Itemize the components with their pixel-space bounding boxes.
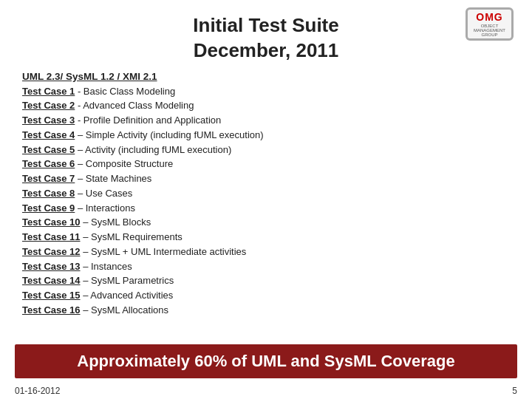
slide: Initial Test Suite December, 2011 OMG OB… [0,0,532,399]
title-line1: Initial Test Suite [193,14,338,36]
list-item: Test Case 4 – Simple Activity (including… [22,128,510,143]
test-case-id[interactable]: Test Case 10 [22,216,81,228]
list-item: Test Case 2 - Advanced Class Modeling [22,98,510,113]
list-item: Test Case 7 – State Machines [22,171,510,186]
list-item: Test Case 12 – SysML + UML Intermediate … [22,245,510,259]
test-case-desc: – State Machines [75,173,151,184]
list-item: Test Case 1 - Basic Class Modeling [22,84,510,99]
footer-page: 5 [512,386,517,396]
footer: 01-16-2012 5 [0,384,532,399]
test-case-id[interactable]: Test Case 6 [22,158,75,169]
test-case-id[interactable]: Test Case 13 [22,261,81,272]
test-case-desc: - Profile Definition and Application [75,115,221,126]
test-case-desc: – SysML + UML Intermediate activities [81,246,247,257]
test-case-id[interactable]: Test Case 8 [22,188,75,199]
test-case-id[interactable]: Test Case 9 [22,202,75,214]
subtitle: UML 2.3/ SysML 1.2 / XMI 2.1 [22,71,510,82]
coverage-banner: Approximately 60% of UML and SysML Cover… [15,344,517,378]
list-item: Test Case 8 – Use Cases [22,186,510,201]
test-case-desc: – Use Cases [75,188,132,199]
test-case-desc: – Simple Activity (including fUML execut… [75,129,263,140]
list-item: Test Case 6 – Composite Structure [22,157,510,171]
list-item: Test Case 14 – SysML Parametrics [22,273,510,288]
test-case-id[interactable]: Test Case 15 [22,290,81,301]
list-item: Test Case 13 – Instances [22,259,510,274]
list-item: Test Case 5 – Activity (including fUML e… [22,143,510,157]
test-case-id[interactable]: Test Case 1 [22,86,75,97]
test-case-id[interactable]: Test Case 11 [22,231,81,242]
test-case-id[interactable]: Test Case 14 [22,275,81,286]
test-case-desc: – SysML Parametrics [81,275,174,286]
test-case-id[interactable]: Test Case 16 [22,304,81,316]
test-case-desc: – Advanced Activities [81,290,174,301]
test-case-id[interactable]: Test Case 5 [22,144,75,155]
title-line2: December, 2011 [194,39,339,61]
test-case-id[interactable]: Test Case 12 [22,246,81,257]
test-case-id[interactable]: Test Case 4 [22,129,75,140]
test-case-desc: – Activity (including fUML execution) [75,144,231,155]
footer-date: 01-16-2012 [15,386,60,396]
list-item: Test Case 10 – SysML Blocks [22,215,510,230]
test-case-desc: – SysML Blocks [81,216,151,228]
test-case-desc: – SysML Allocations [81,304,168,316]
test-case-id[interactable]: Test Case 7 [22,173,75,184]
test-case-id[interactable]: Test Case 2 [22,100,75,111]
test-case-list: Test Case 1 - Basic Class ModelingTest C… [22,84,510,318]
test-case-desc: – Instances [81,261,132,272]
list-item: Test Case 3 - Profile Definition and App… [22,113,510,128]
list-item: Test Case 11 – SysML Requirements [22,230,510,245]
logo-omg-text: OMG [476,11,502,23]
test-case-desc: – Interactions [75,202,135,214]
logo-box: OMG OBJECT MANAGEMENT GROUP [466,7,514,41]
test-case-desc: - Advanced Class Modeling [75,100,194,111]
test-case-desc: – Composite Structure [75,158,173,169]
logo-sub-text: OBJECT MANAGEMENT GROUP [468,24,511,37]
logo: OMG OBJECT MANAGEMENT GROUP [466,7,517,44]
test-case-desc: – SysML Requirements [81,231,183,242]
list-item: Test Case 9 – Interactions [22,201,510,216]
content-area: UML 2.3/ SysML 1.2 / XMI 2.1 Test Case 1… [0,71,532,340]
list-item: Test Case 16 – SysML Allocations [22,303,510,318]
list-item: Test Case 15 – Advanced Activities [22,288,510,303]
header: Initial Test Suite December, 2011 OMG OB… [0,0,532,71]
test-case-id[interactable]: Test Case 3 [22,115,75,126]
test-case-desc: - Basic Class Modeling [75,86,175,97]
slide-title: Initial Test Suite December, 2011 [193,13,338,64]
